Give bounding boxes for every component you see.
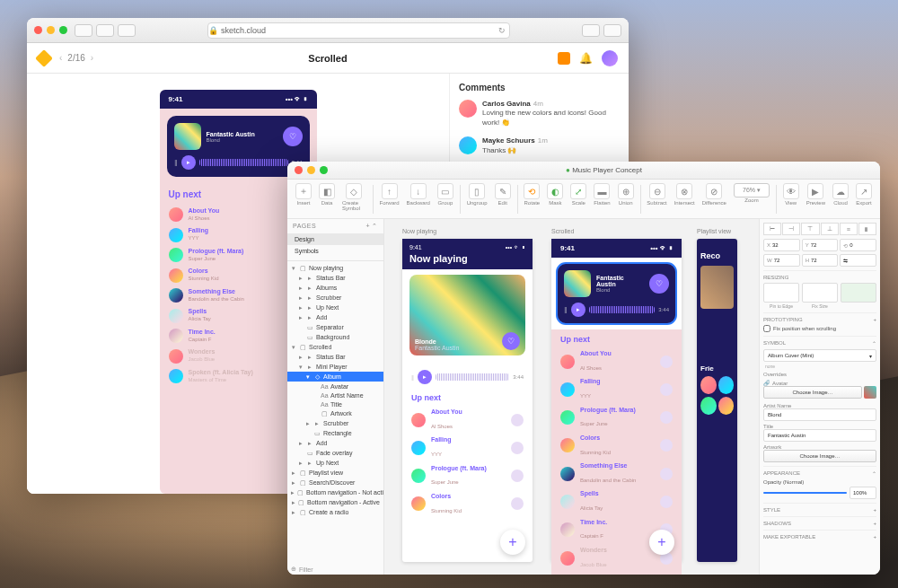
artist-override[interactable]: Blond bbox=[763, 408, 876, 421]
align-left[interactable]: ⊢ bbox=[763, 223, 781, 235]
minimize-button[interactable] bbox=[47, 26, 55, 34]
choose-image-button[interactable]: Choose Image… bbox=[763, 386, 862, 399]
tool-backward[interactable]: ↓Backward bbox=[404, 183, 433, 206]
filter-input[interactable]: Filter bbox=[299, 566, 313, 573]
layer-background[interactable]: ▭Background bbox=[287, 332, 383, 342]
tool-ungroup[interactable]: ▯Ungroup bbox=[464, 183, 490, 206]
tool-union[interactable]: ⊕Union bbox=[615, 183, 637, 206]
notification-badge[interactable] bbox=[558, 52, 570, 65]
opacity-value[interactable]: 100% bbox=[850, 487, 876, 499]
tool-difference[interactable]: ⊘Difference bbox=[700, 183, 729, 206]
layer-bottom-navigation-active[interactable]: ▸▢Bottom navigation - Active bbox=[287, 497, 383, 507]
pin-edge[interactable] bbox=[763, 283, 799, 303]
symbol-select[interactable]: Album Cover (Mini)▾ bbox=[763, 349, 876, 362]
url-bar[interactable]: 🔒sketch.cloud↻ bbox=[207, 22, 510, 39]
layer-status-bar[interactable]: ▸▸Status Bar bbox=[287, 352, 383, 362]
tool-mask[interactable]: ◐Mask bbox=[544, 183, 566, 206]
width[interactable]: W72 bbox=[763, 254, 800, 267]
back-button[interactable] bbox=[75, 24, 92, 37]
track-artist: Jacob Blue bbox=[580, 562, 607, 567]
page-nav[interactable]: ‹2/16› bbox=[59, 53, 93, 63]
minimize-button[interactable] bbox=[307, 166, 315, 174]
artboard-scrolled[interactable]: Scrolled 9:41••• ᯤ ▮ Fantastic AustinBlo… bbox=[551, 239, 682, 562]
tool-data[interactable]: ◧Data bbox=[316, 183, 338, 206]
layer-scrubber[interactable]: ▸▸Scrubber bbox=[287, 293, 383, 303]
title-override[interactable]: Fantastic Austin bbox=[763, 429, 876, 442]
track-avatar bbox=[169, 228, 183, 242]
fix-size[interactable] bbox=[802, 283, 838, 303]
track-more-button bbox=[660, 468, 673, 480]
layer-mini-player[interactable]: ▾▸Mini Player bbox=[287, 362, 383, 372]
canvas[interactable]: Now playing 9:41••• ᯤ ▮Now playing Blond… bbox=[384, 219, 759, 575]
tool-rotate[interactable]: ⟲Rotate bbox=[521, 183, 542, 206]
layer-create-a-radio[interactable]: ▸▢Create a radio bbox=[287, 507, 383, 517]
layer-artwork[interactable]: ▢Artwork bbox=[287, 408, 383, 418]
tool-cloud[interactable]: ☁Cloud bbox=[830, 183, 851, 206]
tool-group[interactable]: ▭Group bbox=[435, 183, 456, 206]
zoom-field[interactable]: 76% ▾ bbox=[734, 183, 770, 197]
page-symbols[interactable]: Symbols bbox=[287, 245, 383, 257]
bell-icon[interactable]: 🔔 bbox=[579, 52, 593, 65]
opacity-slider[interactable] bbox=[763, 492, 847, 494]
tool-create-symbol[interactable]: ◇Create Symbol bbox=[339, 183, 369, 211]
layer-up-next[interactable]: ▸▸Up Next bbox=[287, 458, 383, 468]
layer-album[interactable]: ▾◇Album bbox=[287, 372, 383, 382]
add-page-icon[interactable]: + ⌃ bbox=[365, 223, 378, 230]
filter-icon[interactable]: ⊕ bbox=[291, 566, 296, 573]
sketch-logo-icon bbox=[35, 49, 53, 67]
close-button[interactable] bbox=[34, 26, 42, 34]
maximize-button[interactable] bbox=[59, 26, 67, 34]
artboard-now-playing[interactable]: Now playing 9:41••• ᯤ ▮Now playing Blond… bbox=[402, 239, 533, 562]
layer-search-discover[interactable]: ▸▢Search/Discover bbox=[287, 478, 383, 487]
layer-now-playing[interactable]: ▾▢Now playing bbox=[287, 263, 383, 273]
share-button[interactable] bbox=[582, 24, 600, 37]
layer-title[interactable]: AaTitle bbox=[287, 399, 383, 408]
forward-button[interactable] bbox=[96, 24, 114, 37]
tool-insert[interactable]: ＋Insert bbox=[293, 183, 314, 206]
comment[interactable]: Mayke Schuurs1mThanks 🙌 bbox=[459, 136, 620, 155]
tool-view[interactable]: 👁View bbox=[780, 183, 802, 206]
tool-flatten[interactable]: ▬Flatten bbox=[591, 183, 612, 206]
tool-export[interactable]: ↗Export bbox=[853, 183, 875, 206]
tool-intersect[interactable]: ⊗Intersect bbox=[672, 183, 698, 206]
track-avatar bbox=[411, 441, 426, 455]
tabs-button[interactable] bbox=[603, 24, 621, 37]
tool-scale[interactable]: ⤢Scale bbox=[568, 183, 589, 206]
layer-fade-overlay[interactable]: ▭Fade overlay bbox=[287, 448, 383, 458]
fix-scroll-checkbox[interactable]: Fix position when scrolling bbox=[763, 325, 876, 332]
sidebar-button[interactable] bbox=[118, 24, 136, 37]
maximize-button[interactable] bbox=[320, 166, 328, 174]
comment[interactable]: Carlos Gavina4mLoving the new colors and… bbox=[459, 100, 620, 127]
page-design[interactable]: Design bbox=[287, 233, 383, 245]
layer-add[interactable]: ▸▸Add bbox=[287, 438, 383, 448]
tool-forward[interactable]: ↑Forward bbox=[377, 183, 402, 206]
layer-add[interactable]: ▸▸Add bbox=[287, 312, 383, 322]
layer-bottom-navigation-not-acti-[interactable]: ▸▢Bottom navigation - Not acti… bbox=[287, 487, 383, 497]
layer-avatar[interactable]: AaAvatar bbox=[287, 382, 383, 391]
layer-separator[interactable]: ▭Separator bbox=[287, 322, 383, 332]
pos-y[interactable]: Y72 bbox=[802, 239, 839, 251]
layer-scrubber[interactable]: ▸▸Scrubber bbox=[287, 418, 383, 428]
sketch-titlebar[interactable]: ● Music Player Concept bbox=[287, 162, 880, 180]
layer-scrolled[interactable]: ▾▢Scrolled bbox=[287, 342, 383, 352]
track-row: SpellsAlicia Tay bbox=[560, 487, 673, 515]
tool-preview[interactable]: ▶Preview bbox=[804, 183, 828, 206]
pos-x[interactable]: X32 bbox=[763, 239, 800, 251]
tool-subtract[interactable]: ⊖Subtract bbox=[644, 183, 669, 206]
close-button[interactable] bbox=[295, 166, 303, 174]
artboard-playlist-view[interactable]: Playlist view Reco Frie bbox=[697, 239, 737, 562]
safari-titlebar[interactable]: 🔒sketch.cloud↻ bbox=[27, 18, 629, 43]
height[interactable]: H72 bbox=[802, 254, 839, 267]
sketch-toolbar: ＋Insert◧Data◇Create Symbol↑Forward↓Backw… bbox=[287, 180, 880, 219]
layer-rectangle[interactable]: ▭Rectangle bbox=[287, 428, 383, 438]
layer-artist-name[interactable]: AaArtist Name bbox=[287, 391, 383, 399]
layer-albums[interactable]: ▸▸Albums bbox=[287, 283, 383, 293]
choose-artwork-button[interactable]: Choose Image… bbox=[763, 450, 876, 462]
track-artist: Al Shoes bbox=[431, 424, 453, 429]
user-avatar[interactable] bbox=[602, 50, 618, 66]
tool-edit[interactable]: ✎Edit bbox=[492, 183, 514, 206]
layer-status-bar[interactable]: ▸▸Status Bar bbox=[287, 273, 383, 283]
layer-up-next[interactable]: ▸▸Up Next bbox=[287, 303, 383, 312]
layer-playlist-view[interactable]: ▸▢Playlist view bbox=[287, 468, 383, 478]
rotate[interactable]: ⟲0 bbox=[840, 239, 876, 251]
